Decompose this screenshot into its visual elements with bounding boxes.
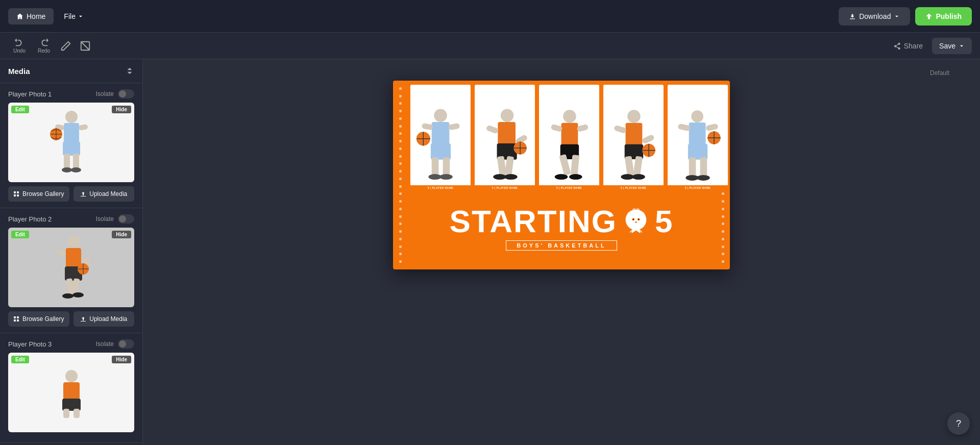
redo-button[interactable]: Redo [33, 36, 55, 56]
svg-rect-91 [677, 123, 690, 131]
svg-point-56 [493, 174, 506, 180]
starting-number: 5 [655, 206, 673, 237]
svg-rect-25 [56, 249, 66, 257]
player-2-edit-badge[interactable]: Edit [11, 231, 29, 238]
player-2-upload-label: Upload Media [89, 315, 127, 323]
player-card-4-img [603, 85, 664, 185]
player-1-label: Player Photo 1 [8, 90, 52, 98]
undo-label: Undo [13, 48, 26, 54]
isolate-2-toggle[interactable] [118, 214, 134, 224]
player-card-5-figure [674, 106, 722, 185]
isolate-2-label: Isolate [96, 215, 114, 222]
player-card-3-figure [545, 106, 594, 185]
isolate-1-toggle[interactable] [118, 89, 134, 98]
svg-rect-33 [17, 319, 19, 322]
player-2-hide-badge[interactable]: Hide [112, 231, 131, 238]
svg-rect-35 [63, 382, 80, 400]
svg-point-99 [638, 218, 639, 219]
svg-rect-17 [17, 194, 19, 196]
svg-rect-58 [485, 125, 499, 134]
svg-rect-92 [705, 123, 718, 131]
svg-point-78 [632, 174, 645, 180]
player-1-edit-badge[interactable]: Edit [11, 106, 29, 113]
design-canvas[interactable]: 3 | PLAYER NAME [393, 81, 730, 269]
help-icon: ? [956, 418, 961, 429]
help-button[interactable]: ? [947, 412, 970, 435]
file-button[interactable]: File [58, 8, 90, 24]
svg-rect-3 [64, 123, 79, 143]
player-3-label-row: Player Photo 3 Isolate [8, 339, 134, 349]
svg-rect-87 [689, 157, 696, 177]
player-2-browse-button[interactable]: Browse Gallery [8, 311, 69, 327]
sidebar-header: Media [0, 59, 142, 83]
player-1-upload-button[interactable]: Upload Media [74, 186, 135, 202]
svg-rect-85 [689, 122, 705, 146]
file-label: File [64, 12, 76, 20]
undo-button[interactable]: Undo [8, 36, 31, 56]
svg-point-34 [65, 370, 78, 382]
svg-point-89 [685, 175, 699, 181]
svg-rect-31 [17, 316, 19, 318]
nav-right: Download Publish [839, 7, 972, 26]
player-photo-1-section: Player Photo 1 Isolate Edit Hide [0, 83, 142, 208]
svg-rect-5 [64, 154, 70, 169]
svg-point-8 [71, 167, 81, 172]
svg-line-1 [81, 41, 90, 50]
svg-rect-4 [63, 141, 80, 156]
player-1-label-row: Player Photo 1 Isolate [8, 89, 134, 98]
player-1-upload-label: Upload Media [89, 190, 127, 197]
home-button[interactable]: Home [8, 8, 54, 24]
save-chevron-icon [959, 43, 965, 49]
svg-rect-71 [576, 123, 589, 132]
canvas-default-label: Default [930, 69, 949, 77]
svg-point-77 [621, 174, 634, 180]
player-3-isolate-row: Isolate [96, 339, 134, 349]
player-1-isolate-row: Isolate [96, 89, 134, 98]
player-card-1: 3 | PLAYER NAME [410, 85, 471, 190]
player-3-label: Player Photo 3 [8, 340, 52, 348]
undo-icon [15, 38, 24, 47]
publish-button[interactable]: Publish [915, 7, 972, 26]
svg-point-63 [563, 110, 576, 123]
player-card-2-figure [481, 106, 529, 185]
svg-rect-64 [561, 122, 578, 146]
player-2-label-row: Player Photo 2 Isolate [8, 214, 134, 224]
svg-rect-70 [550, 123, 562, 132]
home-icon [16, 13, 23, 20]
crop-button[interactable] [77, 37, 94, 55]
home-label: Home [27, 12, 45, 20]
svg-rect-30 [14, 316, 16, 318]
svg-rect-42 [431, 157, 438, 176]
svg-point-69 [569, 174, 582, 180]
canvas-area: Default [143, 59, 980, 445]
player-card-1-figure [416, 106, 465, 185]
svg-rect-86 [688, 143, 707, 159]
svg-point-45 [439, 174, 453, 180]
collapse-icon[interactable] [125, 66, 134, 76]
starting-word: STARTING [450, 206, 617, 237]
player-card-3-img [539, 85, 599, 185]
player-3-edit-badge[interactable]: Edit [11, 356, 29, 363]
save-button[interactable]: Save [932, 38, 972, 54]
player-card-4-figure [609, 106, 658, 185]
svg-rect-14 [14, 191, 16, 193]
pen-icon [60, 40, 71, 52]
player-1-photo-frame: Edit Hide [8, 103, 134, 182]
player-card-2-img [475, 85, 535, 185]
svg-rect-16 [14, 194, 16, 196]
isolate-3-toggle[interactable] [118, 339, 134, 349]
player-1-hide-badge[interactable]: Hide [112, 106, 131, 113]
toolbar: Undo Redo Share Save [0, 33, 980, 59]
svg-point-98 [633, 218, 634, 219]
svg-point-2 [65, 111, 78, 123]
share-label: Share [904, 42, 923, 50]
player-3-hide-badge[interactable]: Hide [112, 356, 131, 363]
svg-rect-40 [431, 122, 449, 145]
pen-tool-button[interactable] [57, 37, 75, 55]
share-button[interactable]: Share [887, 38, 930, 54]
player-2-upload-button[interactable]: Upload Media [74, 311, 135, 327]
download-chevron-icon [894, 13, 900, 19]
player-1-browse-button[interactable]: Browse Gallery [8, 186, 69, 202]
download-button[interactable]: Download [839, 7, 910, 26]
svg-rect-88 [700, 157, 707, 177]
